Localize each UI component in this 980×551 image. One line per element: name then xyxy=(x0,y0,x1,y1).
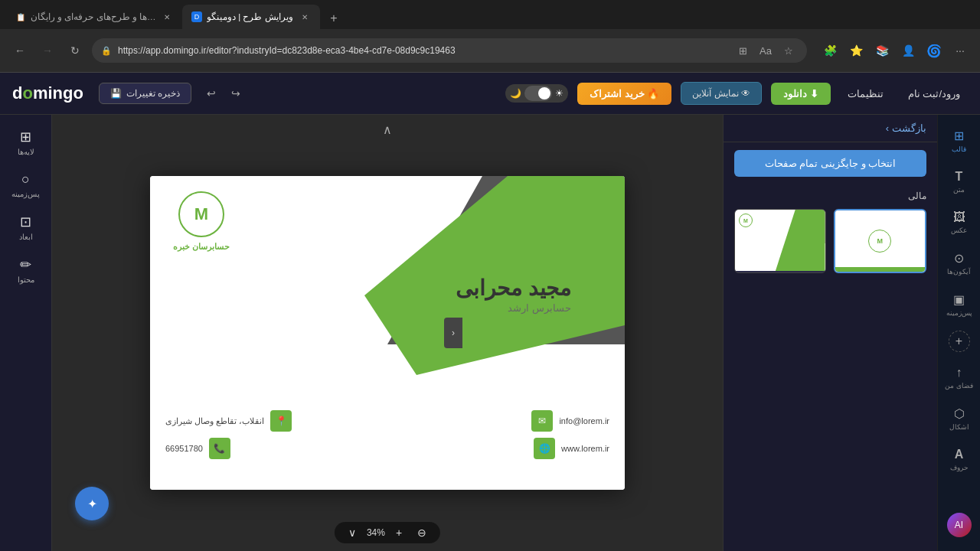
app-container: domingo 💾 ذخیره تغییرات ↩ ↪ 🌙 ☀ خرید اشت… xyxy=(0,73,980,551)
toggle-pill[interactable] xyxy=(524,86,552,101)
back-button[interactable]: بازگشت › xyxy=(886,122,926,134)
toolbar-item-content[interactable]: ✏ محتوا xyxy=(5,250,47,290)
fonts-icon: A xyxy=(955,448,964,461)
edge-icon[interactable]: 🌀 xyxy=(923,40,945,61)
tab-1-close[interactable]: ✕ xyxy=(161,11,173,23)
save-button[interactable]: 💾 ذخیره تغییرات xyxy=(99,83,191,104)
tp-logo-text: M xyxy=(743,218,748,223)
text-label: متن xyxy=(953,186,965,194)
sidebar-item-background[interactable]: ▣ پس‌زمینه xyxy=(940,285,978,324)
zoom-in-button[interactable]: + xyxy=(391,525,407,540)
user-avatar[interactable]: AI xyxy=(947,513,972,537)
template-preview-2: M xyxy=(835,210,926,272)
card-person-name: مجید محرابی xyxy=(456,276,571,301)
card-contact-row-1: 📍 انقلاب، تقاطع وصال شیرازی info@lorem.i… xyxy=(165,410,609,432)
fab-button[interactable]: ✦ xyxy=(75,487,109,520)
canvas-area[interactable]: ∧ M حسابرسان خبره مجید محرابی حسا xyxy=(52,115,723,551)
template-mini-1: M xyxy=(735,210,825,271)
sidebar-item-icons[interactable]: ⊙ آیکون‌ها xyxy=(940,243,978,283)
sidebar-item-myspace[interactable]: ↑ فضای من xyxy=(940,358,978,397)
right-panel: بازگشت › انتخاب و جایگزینی تمام صفحات ما… xyxy=(723,115,937,551)
card-email-text: info@lorem.ir xyxy=(559,416,609,425)
tab-1-favicon: 📋 xyxy=(15,11,26,22)
card-website-text: www.lorem.ir xyxy=(561,444,609,453)
bookmark-icon[interactable]: ☆ xyxy=(779,41,798,60)
zoom-out-button[interactable]: ∨ xyxy=(344,525,361,540)
browser-right-icons: 🧩 ⭐ 📚 👤 🌀 ··· xyxy=(819,40,971,61)
card-address-text: انقلاب، تقاطع وصال شیرازی xyxy=(165,416,264,426)
address-bar-icons: ⊞ Aa ☆ xyxy=(733,41,798,60)
subscribe-button[interactable]: خرید اشتراک 🔥 xyxy=(577,83,671,105)
card-logo-area: M حسابرسان خبره xyxy=(173,191,230,252)
download-button[interactable]: دانلود ⬇ xyxy=(771,83,831,105)
top-bar: domingo 💾 ذخیره تغییرات ↩ ↪ 🌙 ☀ خرید اشت… xyxy=(0,73,980,115)
save-icon: 💾 xyxy=(110,88,122,99)
card-phone: 📞 66951780 xyxy=(165,438,230,459)
card-logo-circle: M xyxy=(178,191,224,237)
template-preview-1: M xyxy=(735,210,825,271)
template-card-1[interactable]: M xyxy=(734,209,826,273)
fav-icon[interactable]: ⭐ xyxy=(845,40,867,61)
template-label: قالب xyxy=(952,145,966,153)
sidebar-item-text[interactable]: T متن xyxy=(940,162,978,201)
browser-nav: ← → ↻ 🔒 https://app.domingo.ir/editor?in… xyxy=(0,29,980,73)
collections-icon[interactable]: 📚 xyxy=(871,40,893,61)
address-bar[interactable]: 🔒 https://app.domingo.ir/editor?industry… xyxy=(92,38,807,63)
collapse-arrow[interactable]: ∧ xyxy=(383,122,392,137)
extensions-icon[interactable]: 🧩 xyxy=(819,40,841,61)
tp2-logo: M xyxy=(868,230,891,253)
online-preview-button[interactable]: نمایش آنلاین 👁 xyxy=(681,82,762,105)
select-all-button[interactable]: انتخاب و جایگزینی تمام صفحات xyxy=(734,150,926,177)
toolbar-item-background[interactable]: ○ پس‌زمینه xyxy=(5,165,47,204)
tab-2-close[interactable]: ✕ xyxy=(299,11,311,23)
dimensions-icon: ⊡ xyxy=(20,214,31,230)
layers-icon: ⊞ xyxy=(20,129,31,145)
fonts-label: حروف xyxy=(950,464,969,471)
browser-tabs: 📋 قالب‌ها و طرح‌های حرفه‌ای و رایگان ✕ D… xyxy=(0,0,980,29)
sidebar-item-template[interactable]: ⊞ قالب xyxy=(940,121,978,161)
refresh-button[interactable]: ↻ xyxy=(64,40,86,61)
add-item-button[interactable]: + xyxy=(949,331,970,352)
toolbar-item-layers[interactable]: ⊞ لایه‌ها xyxy=(5,122,47,162)
sidebar-item-photo[interactable]: 🖼 عکس xyxy=(940,203,978,242)
read-mode-icon[interactable]: Aa xyxy=(756,41,775,60)
panel-toggle-button[interactable]: › xyxy=(444,318,462,348)
sidebar-item-fonts[interactable]: A حروف xyxy=(940,440,978,479)
undo-button[interactable]: ↩ xyxy=(201,83,222,104)
card-phone-text: 66951780 xyxy=(165,444,203,453)
right-panel-header: بازگشت › xyxy=(724,115,937,142)
sidebar-item-shapes[interactable]: ⬡ اشکال xyxy=(940,399,978,439)
content-icon: ✏ xyxy=(20,256,31,273)
back-button[interactable]: ← xyxy=(9,40,31,61)
template-card-2[interactable]: M xyxy=(834,209,927,273)
photo-label: عکس xyxy=(951,227,967,234)
tp-logo: M xyxy=(739,214,753,227)
login-button[interactable]: ورود/ثبت نام xyxy=(900,83,968,104)
tab-1-title: قالب‌ها و طرح‌های حرفه‌ای و رایگان xyxy=(31,11,156,22)
zoom-reset-button[interactable]: ⊖ xyxy=(413,525,431,540)
forward-button[interactable]: → xyxy=(37,40,58,61)
download-label: دانلود ⬇ xyxy=(783,88,818,99)
profile-icon[interactable]: 👤 xyxy=(897,40,919,61)
business-card-canvas[interactable]: M حسابرسان خبره مجید محرابی حسابرس ارشد … xyxy=(150,176,625,490)
add-to-apps-icon[interactable]: ⊞ xyxy=(733,41,752,60)
tab-2-title: ویرایش طرح | دومینگو xyxy=(207,11,294,22)
more-options-icon[interactable]: ··· xyxy=(949,40,971,61)
lock-icon: 🔒 xyxy=(101,46,112,56)
card-name-section: مجید محرابی حسابرس ارشد xyxy=(456,276,571,314)
tab-2[interactable]: D ویرایش طرح | دومینگو ✕ xyxy=(182,5,320,29)
redo-button[interactable]: ↪ xyxy=(225,83,247,104)
card-website-icon: 🌐 xyxy=(534,438,555,459)
toolbar-item-dimensions[interactable]: ⊡ ابعاد xyxy=(5,207,47,247)
section-title: مالی xyxy=(724,184,937,204)
new-tab-button[interactable]: + xyxy=(323,8,345,29)
dark-mode-toggle[interactable]: 🌙 ☀ xyxy=(505,84,568,103)
myspace-icon: ↑ xyxy=(956,366,962,380)
main-content: ⊞ لایه‌ها ○ پس‌زمینه ⊡ ابعاد ✏ محتوا ∧ xyxy=(0,115,980,551)
template-icon: ⊞ xyxy=(954,129,964,143)
tab-1[interactable]: 📋 قالب‌ها و طرح‌های حرفه‌ای و رایگان ✕ xyxy=(6,5,182,29)
zoom-level: 34% xyxy=(367,527,385,538)
myspace-label: فضای من xyxy=(945,382,973,390)
card-person-title: حسابرس ارشد xyxy=(456,302,571,314)
settings-button[interactable]: تنظیمات xyxy=(840,83,891,104)
